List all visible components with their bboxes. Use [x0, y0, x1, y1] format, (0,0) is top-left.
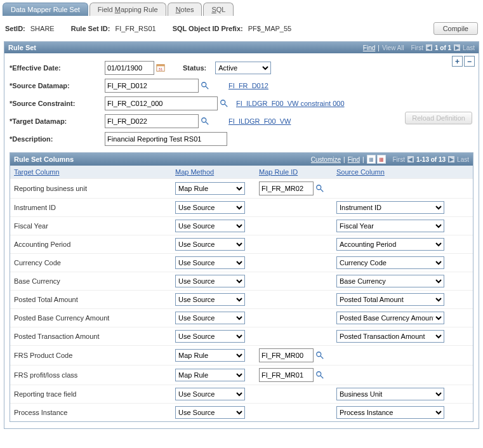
- download-icon[interactable]: ▦: [377, 155, 386, 164]
- source-constraint-label: Source Constraint:: [10, 100, 105, 107]
- target-datamap-link[interactable]: FI_ILDGR_F00_VW: [228, 117, 291, 125]
- source-constraint-link[interactable]: FI_ILDGR_F00_VW constraint 000: [236, 100, 345, 107]
- map-rule-cell: [255, 335, 333, 338]
- description-input[interactable]: [105, 132, 227, 146]
- svg-line-8: [206, 122, 208, 124]
- col-source[interactable]: Source Column: [333, 166, 454, 178]
- target-column-cell: Posted Base Currency Amount: [10, 313, 171, 323]
- customize-link[interactable]: Customize: [311, 156, 341, 163]
- grid-last-label: Last: [457, 156, 469, 163]
- map-rule-cell: [255, 393, 333, 395]
- last-label: Last: [463, 44, 475, 51]
- table-row: Fiscal YearUse SourceFiscal Year: [10, 216, 473, 235]
- map-rule-input[interactable]: [259, 348, 314, 362]
- map-method-select[interactable]: Use Source: [175, 220, 245, 232]
- status-select[interactable]: Active: [215, 62, 271, 74]
- source-datamap-input[interactable]: [105, 79, 199, 93]
- lookup-icon[interactable]: [201, 117, 209, 126]
- map-method-select[interactable]: Use Source: [175, 330, 245, 343]
- view-all-icon[interactable]: ▦: [367, 155, 376, 164]
- target-column-cell: Reporting trace field: [10, 389, 171, 399]
- lookup-icon[interactable]: [315, 371, 324, 379]
- map-method-select[interactable]: Use Source: [175, 256, 245, 269]
- target-column-cell: Base Currency: [10, 276, 171, 286]
- ruleset-label: Rule Set ID:: [71, 25, 110, 32]
- map-method-select[interactable]: Use Source: [175, 293, 245, 306]
- map-method-select[interactable]: Map Rule: [175, 182, 245, 195]
- effective-date-label: Effective Date:: [10, 64, 105, 72]
- col-method[interactable]: Map Method: [171, 166, 255, 178]
- source-column-select[interactable]: Posted Total Amount: [336, 293, 444, 306]
- lookup-icon[interactable]: [201, 81, 209, 90]
- source-column-select[interactable]: Posted Base Currency Amount: [336, 312, 444, 324]
- tab-field-mapping-rule[interactable]: Field Mapping Rule: [89, 3, 166, 16]
- map-method-select[interactable]: Use Source: [175, 312, 245, 324]
- lookup-icon[interactable]: [315, 351, 324, 360]
- table-row: FRS profit/loss classMap Rule: [10, 365, 473, 385]
- lookup-icon[interactable]: [220, 99, 228, 108]
- tab-sql[interactable]: SQL: [203, 3, 234, 16]
- add-row-button[interactable]: +: [452, 56, 463, 67]
- map-method-cell: Map Rule: [171, 367, 255, 383]
- source-column-cell: Business Unit: [333, 386, 454, 402]
- effective-date-input[interactable]: [105, 61, 154, 75]
- reload-definition-button[interactable]: Reload Definition: [405, 112, 472, 124]
- svg-point-5: [221, 100, 225, 105]
- map-method-cell: Use Source: [171, 218, 255, 234]
- rule-set-columns-header: Rule Set Columns Customize | Find | ▦ ▦ …: [10, 153, 473, 166]
- tab-notes[interactable]: Notes: [168, 3, 202, 16]
- map-method-select[interactable]: Use Source: [175, 406, 245, 419]
- svg-line-10: [321, 189, 323, 192]
- target-column-cell: Instrument ID: [10, 202, 171, 213]
- grid-nav: Customize | Find | ▦ ▦ First ◀ 1-13 of 1…: [311, 155, 469, 164]
- tab-data-mapper-rule-set[interactable]: Data Mapper Rule Set: [3, 3, 88, 16]
- source-column-select[interactable]: Fiscal Year: [336, 220, 444, 232]
- map-rule-cell: [255, 261, 333, 264]
- source-column-select[interactable]: Posted Transaction Amount: [336, 330, 444, 343]
- source-column-select[interactable]: Process Instance: [336, 406, 444, 419]
- map-method-select[interactable]: Use Source: [175, 388, 245, 400]
- find-link[interactable]: Find: [363, 44, 375, 51]
- source-column-select[interactable]: Business Unit: [336, 388, 444, 400]
- table-row: Posted Total AmountUse SourcePosted Tota…: [10, 290, 473, 308]
- map-method-select[interactable]: Use Source: [175, 275, 245, 287]
- map-method-select[interactable]: Map Rule: [175, 349, 245, 362]
- tab-bar: Data Mapper Rule Set Field Mapping Rule …: [3, 3, 480, 16]
- compile-button[interactable]: Compile: [433, 22, 478, 35]
- table-row: Reporting trace fieldUse SourceBusiness …: [10, 385, 473, 403]
- calendar-icon[interactable]: 31: [156, 63, 165, 72]
- target-datamap-input[interactable]: [105, 114, 199, 128]
- target-column-cell: Currency Code: [10, 258, 171, 268]
- grid-next-icon[interactable]: ▶: [448, 156, 454, 162]
- map-method-select[interactable]: Use Source: [175, 201, 245, 214]
- grid-prev-icon[interactable]: ◀: [407, 156, 414, 162]
- map-rule-cell: [255, 180, 333, 197]
- source-column-select[interactable]: Accounting Period: [336, 238, 444, 251]
- col-rule[interactable]: Map Rule ID: [255, 166, 333, 178]
- source-constraint-input[interactable]: [105, 96, 218, 110]
- source-column-select[interactable]: Currency Code: [336, 256, 444, 269]
- source-datamap-link[interactable]: FI_FR_D012: [228, 82, 268, 89]
- delete-row-button[interactable]: −: [464, 56, 475, 67]
- map-method-select[interactable]: Map Rule: [175, 369, 245, 381]
- source-column-select[interactable]: Instrument ID: [336, 201, 444, 214]
- map-rule-input[interactable]: [259, 368, 314, 382]
- map-rule-cell: [255, 411, 333, 414]
- map-rule-input[interactable]: [259, 181, 314, 195]
- col-target[interactable]: Target Column: [10, 166, 171, 178]
- map-rule-cell: [255, 367, 333, 383]
- source-column-cell: Fiscal Year: [333, 218, 454, 234]
- lookup-icon[interactable]: [315, 184, 324, 193]
- next-icon[interactable]: ▶: [454, 44, 460, 51]
- table-row: Posted Base Currency AmountUse SourcePos…: [10, 308, 473, 327]
- source-column-select[interactable]: Base Currency: [336, 275, 444, 287]
- svg-point-7: [202, 118, 206, 122]
- map-method-cell: Use Source: [171, 200, 255, 215]
- rule-set-columns-section: Rule Set Columns Customize | Find | ▦ ▦ …: [10, 152, 473, 422]
- rule-set-nav: Find | View All First ◀ 1 of 1 ▶ Last: [363, 44, 475, 51]
- prev-icon[interactable]: ◀: [426, 44, 432, 51]
- grid-find-link[interactable]: Find: [348, 156, 360, 163]
- map-method-select[interactable]: Use Source: [175, 238, 245, 251]
- target-column-cell: Reporting business unit: [10, 183, 171, 194]
- map-method-cell: Use Source: [171, 237, 255, 252]
